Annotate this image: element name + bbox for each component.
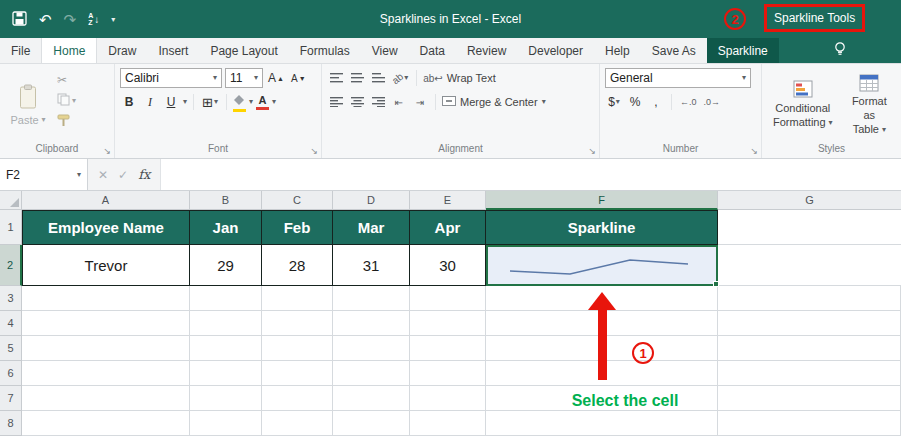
clipboard-dialog-launcher-icon[interactable]: ↘ xyxy=(103,147,111,156)
sort-az-icon[interactable]: AZ↓ xyxy=(88,12,99,27)
alignment-dialog-launcher-icon[interactable]: ↘ xyxy=(588,147,596,156)
cell-F1[interactable]: Sparkline xyxy=(486,210,718,245)
empty-cells-row-3[interactable] xyxy=(22,286,901,311)
cell-F2-selected[interactable] xyxy=(486,245,718,286)
wrap-text-button[interactable]: ab↩ Wrap Text xyxy=(423,72,496,84)
name-box[interactable]: F2 ▾ xyxy=(0,159,88,190)
borders-button[interactable]: ⊞▾ xyxy=(200,92,220,112)
column-header-E[interactable]: E xyxy=(410,191,486,210)
italic-button[interactable]: I xyxy=(141,92,159,112)
tab-insert[interactable]: Insert xyxy=(147,38,199,63)
align-left-button[interactable] xyxy=(327,92,345,112)
row-header-7[interactable]: 7 xyxy=(0,386,22,411)
conditional-formatting-button[interactable]: Conditional Formatting▾ xyxy=(767,68,839,142)
font-size-combo[interactable]: 11▾ xyxy=(225,68,263,88)
increase-decimal-button[interactable]: ←.0 xyxy=(678,92,699,112)
cell-G2[interactable] xyxy=(718,245,901,286)
align-top-button[interactable] xyxy=(327,68,345,88)
row-header-1[interactable]: 1 xyxy=(0,210,22,245)
fill-handle[interactable] xyxy=(713,281,719,287)
cell-A1[interactable]: Employee Name xyxy=(22,210,190,245)
tab-review[interactable]: Review xyxy=(456,38,517,63)
empty-cells-row-6[interactable] xyxy=(22,361,901,386)
cell-B2[interactable]: 29 xyxy=(190,245,262,286)
fill-color-button[interactable] xyxy=(233,92,246,112)
qat-customize-icon[interactable]: ▾ xyxy=(111,15,115,24)
tab-formulas[interactable]: Formulas xyxy=(289,38,361,63)
tab-home[interactable]: Home xyxy=(41,38,97,63)
tab-page-layout[interactable]: Page Layout xyxy=(199,38,288,63)
font-dialog-launcher-icon[interactable]: ↘ xyxy=(310,147,318,156)
row-header-2[interactable]: 2 xyxy=(0,245,22,286)
percent-style-button[interactable]: % xyxy=(626,92,644,112)
cell-E1[interactable]: Apr xyxy=(410,210,486,245)
align-bottom-button[interactable] xyxy=(369,68,387,88)
cell-G1[interactable] xyxy=(718,210,901,245)
tab-developer[interactable]: Developer xyxy=(517,38,594,63)
increase-font-button[interactable]: A▲ xyxy=(266,68,286,88)
fill-color-dropdown-icon[interactable]: ▾ xyxy=(249,98,253,106)
column-header-D[interactable]: D xyxy=(333,191,410,210)
number-format-combo[interactable]: General▾ xyxy=(605,68,751,88)
undo-icon[interactable]: ↶ xyxy=(39,12,52,27)
column-header-G[interactable]: G xyxy=(718,191,901,210)
formula-input[interactable] xyxy=(161,159,901,190)
tab-save-as[interactable]: Save As xyxy=(641,38,707,63)
cut-button[interactable]: ✂ xyxy=(55,71,78,89)
empty-cells-row-8[interactable] xyxy=(22,411,901,436)
enter-icon[interactable]: ✓ xyxy=(118,168,128,182)
accounting-format-button[interactable]: $▾ xyxy=(605,92,623,112)
underline-button[interactable]: U xyxy=(162,92,180,112)
number-dialog-launcher-icon[interactable]: ↘ xyxy=(750,147,758,156)
format-painter-button[interactable] xyxy=(55,113,78,131)
cancel-icon[interactable]: ✕ xyxy=(98,168,108,182)
row-header-8[interactable]: 8 xyxy=(0,411,22,436)
row-header-5[interactable]: 5 xyxy=(0,336,22,361)
align-right-button[interactable] xyxy=(369,92,387,112)
cell-B1[interactable]: Jan xyxy=(190,210,262,245)
redo-icon[interactable]: ↷ xyxy=(64,12,77,27)
tab-draw[interactable]: Draw xyxy=(97,38,147,63)
tab-data[interactable]: Data xyxy=(409,38,456,63)
increase-indent-button[interactable]: ⇥ xyxy=(411,92,429,112)
copy-button[interactable]: ▾ xyxy=(55,92,78,110)
cell-C2[interactable]: 28 xyxy=(262,245,333,286)
select-all-corner[interactable] xyxy=(0,191,22,210)
row-header-3[interactable]: 3 xyxy=(0,286,22,311)
column-header-F[interactable]: F xyxy=(486,191,718,210)
row-header-6[interactable]: 6 xyxy=(0,361,22,386)
cell-C1[interactable]: Feb xyxy=(262,210,333,245)
align-center-button[interactable] xyxy=(348,92,366,112)
format-as-table-button[interactable]: Format as Table▾ xyxy=(843,68,896,142)
bold-button[interactable]: B xyxy=(120,92,138,112)
column-header-B[interactable]: B xyxy=(190,191,262,210)
column-header-A[interactable]: A xyxy=(22,191,190,210)
merge-center-button[interactable]: Merge & Center ▾ xyxy=(442,96,546,108)
cell-D2[interactable]: 31 xyxy=(333,245,410,286)
font-color-dropdown-icon[interactable]: ▾ xyxy=(272,98,276,106)
save-icon[interactable] xyxy=(12,11,27,28)
tab-view[interactable]: View xyxy=(361,38,409,63)
cell-A2[interactable]: Trevor xyxy=(22,245,190,286)
cell-D1[interactable]: Mar xyxy=(333,210,410,245)
cell-E2[interactable]: 30 xyxy=(410,245,486,286)
row-header-4[interactable]: 4 xyxy=(0,311,22,336)
decrease-indent-button[interactable]: ⇤ xyxy=(390,92,408,112)
tab-sparkline[interactable]: Sparkline xyxy=(707,38,779,63)
tab-help[interactable]: Help xyxy=(594,38,641,63)
align-middle-button[interactable] xyxy=(348,68,366,88)
orientation-button[interactable]: ab▾ xyxy=(390,68,410,88)
underline-dropdown-icon[interactable]: ▾ xyxy=(183,98,187,106)
empty-cells-row-7[interactable] xyxy=(22,386,901,411)
paste-button[interactable]: Paste▾ xyxy=(5,68,51,142)
decrease-decimal-button[interactable]: .0→ xyxy=(702,92,723,112)
font-color-button[interactable]: A xyxy=(256,95,269,110)
lightbulb-icon[interactable] xyxy=(833,41,847,61)
comma-style-button[interactable]: , xyxy=(647,92,665,112)
tab-file[interactable]: File xyxy=(0,38,41,63)
column-header-C[interactable]: C xyxy=(262,191,333,210)
empty-cells-row-5[interactable] xyxy=(22,336,901,361)
decrease-font-button[interactable]: A▼ xyxy=(289,68,308,88)
font-family-combo[interactable]: Calibri▾ xyxy=(120,68,222,88)
empty-cells-row-4[interactable] xyxy=(22,311,901,336)
